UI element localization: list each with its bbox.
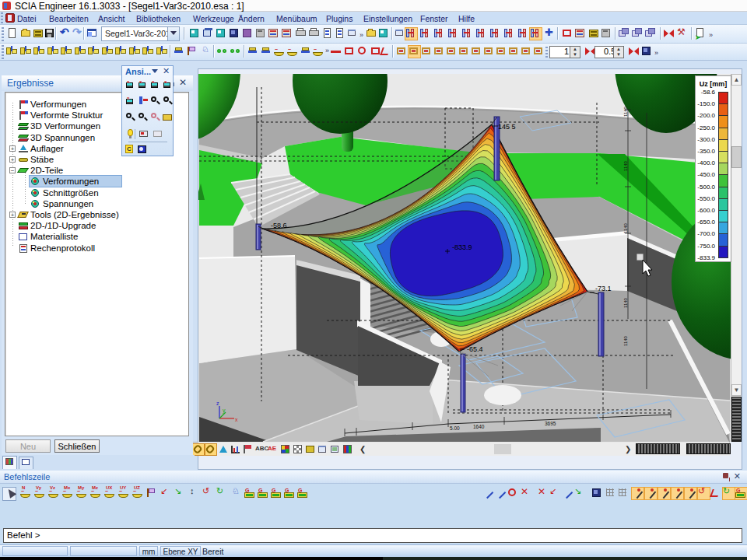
svg-text:-58.6: -58.6 (271, 222, 287, 229)
svg-text:1140: 1140 (623, 335, 628, 346)
svg-text:3695: 3695 (545, 421, 556, 426)
svg-text:-65.4: -65.4 (467, 345, 483, 353)
svg-text:1140: 1140 (623, 160, 628, 171)
svg-text:-73.1: -73.1 (595, 285, 612, 292)
svg-text:x: x (235, 417, 238, 422)
svg-text:-833.9: -833.9 (452, 243, 472, 251)
svg-text:1140: 1140 (623, 297, 628, 308)
svg-text:y: y (223, 408, 226, 414)
svg-text:1640: 1640 (473, 424, 485, 429)
svg-text:5.00: 5.00 (450, 425, 460, 431)
svg-text:1140: 1140 (623, 106, 628, 117)
svg-text:1140: 1140 (623, 222, 628, 233)
svg-text:z: z (216, 401, 219, 406)
svg-text:145 5: 145 5 (498, 123, 516, 131)
